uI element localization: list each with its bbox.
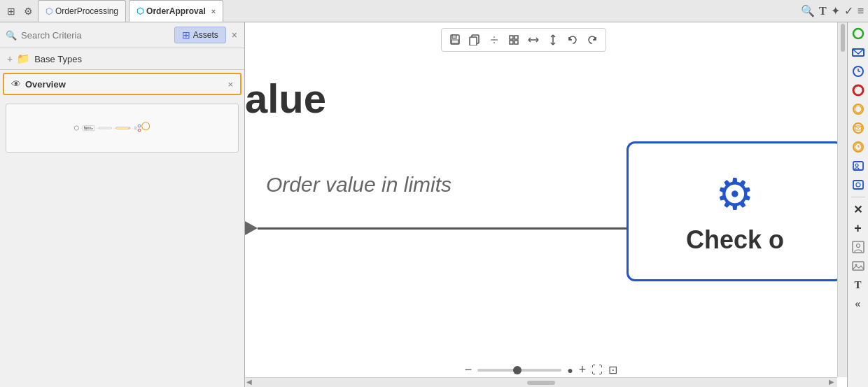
scroll-right-arrow[interactable]: ▶ (829, 378, 834, 386)
base-types-label: Base Types (34, 54, 82, 64)
mini-diagram-preview: → ApproveApplication → → ↙ → (6, 104, 239, 153)
diagram-tab-close[interactable]: × (211, 7, 216, 15)
main-layout: 🔍 ⊞ Assets × + 📁 Base Types 👁 Overview × (0, 22, 868, 387)
diagram-tab[interactable]: ⬡ OrderApproval × (129, 0, 223, 22)
check-tool-icon[interactable]: ✓ (844, 4, 853, 17)
add-icon[interactable]: + (7, 53, 13, 64)
h-scrollbar[interactable] (245, 377, 837, 387)
mini-node-4b (134, 128, 137, 129)
collapse-panel-icon[interactable]: « (850, 295, 867, 312)
top-bar-right-tools: 🔍 T ✦ ✓ ≡ (801, 4, 864, 17)
canvas-area[interactable]: alue Order value in limits ⚙ Check o − (245, 22, 847, 387)
project-tab-icon: ⬡ (46, 6, 52, 16)
diagram-tab-icon: ⬡ (136, 6, 144, 16)
text-annotation-icon[interactable]: T (850, 276, 867, 293)
overview-section: 👁 Overview × → ApproveApplication → → (0, 70, 244, 387)
overview-label: Overview (25, 79, 66, 90)
app-menu-icon[interactable]: ⊞ (4, 4, 18, 18)
svg-point-26 (853, 85, 863, 95)
add-element-icon[interactable]: + (850, 220, 867, 237)
task-gear-icon: ⚙ (715, 169, 755, 220)
svg-point-21 (853, 29, 863, 38)
crosshair-tool-icon[interactable]: ✦ (831, 4, 840, 17)
zoom-slider[interactable] (477, 369, 561, 372)
overview-eye-icon: 👁 (11, 78, 21, 90)
search-tool-icon[interactable]: 🔍 (801, 4, 815, 17)
mini-node-1: ApproveApplication (83, 125, 95, 131)
task-box[interactable]: ⚙ Check o (626, 141, 844, 281)
image-icon[interactable] (850, 258, 867, 274)
timer-event-icon[interactable] (850, 63, 867, 80)
svg-rect-37 (853, 181, 863, 189)
mini-diagram-inner: → ApproveApplication → → ↙ → (74, 122, 170, 133)
scroll-left-arrow[interactable]: ◀ (246, 378, 252, 386)
base-types-row[interactable]: + 📁 Base Types (0, 48, 244, 70)
flow-label: Order value in limits (266, 173, 451, 197)
text-tool-icon[interactable]: T (819, 5, 827, 17)
intermediate-event-icon[interactable] (850, 101, 867, 118)
svg-point-40 (856, 244, 860, 248)
assets-button[interactable]: ⊞ Assets (174, 27, 226, 43)
mini-node-3-highlighted: ↙ (116, 127, 131, 129)
start-event-icon[interactable] (850, 25, 867, 42)
zoom-dot: ● (567, 365, 573, 376)
zoom-plus-button[interactable]: + (579, 363, 587, 377)
mini-node-2 (99, 127, 112, 129)
mini-node-4a (134, 127, 137, 128)
search-input[interactable] (21, 30, 170, 41)
svg-rect-41 (853, 262, 864, 270)
v-scrollbar[interactable] (837, 22, 847, 377)
canvas-content: alue Order value in limits ⚙ Check o (245, 22, 847, 367)
diagram-tab-label: OrderApproval (146, 6, 206, 16)
project-tab-label: OrderProcessing (55, 6, 118, 16)
top-bar: ⊞ ⚙ ⬡ OrderProcessing ⬡ OrderApproval × … (0, 0, 868, 22)
search-bar: 🔍 ⊞ Assets × (0, 22, 244, 48)
participant-icon[interactable] (850, 239, 867, 255)
assets-icon: ⊞ (182, 29, 190, 41)
folder-icon: 📁 (17, 52, 30, 65)
search-icon: 🔍 (6, 30, 17, 41)
left-panel: 🔍 ⊞ Assets × + 📁 Base Types 👁 Overview × (0, 22, 245, 387)
fit-canvas-button[interactable]: ⛶ (592, 364, 603, 377)
svg-point-28 (855, 106, 862, 113)
message-intermediate-icon[interactable] (850, 120, 867, 136)
delete-icon[interactable]: ✕ (850, 201, 867, 218)
end-event-icon[interactable] (850, 82, 867, 99)
mini-end-circle-2 (138, 129, 141, 132)
search-close-button[interactable]: × (230, 28, 239, 42)
list-tool-icon[interactable]: ≡ (858, 5, 864, 17)
svg-point-36 (855, 164, 858, 167)
user-task-icon[interactable] (850, 157, 867, 174)
task-label: Check o (686, 225, 784, 255)
overview-header[interactable]: 👁 Overview × (3, 73, 241, 95)
svg-point-38 (856, 183, 860, 187)
service-task-icon[interactable] (850, 176, 867, 193)
divider-1 (851, 197, 865, 197)
right-icon-panel: ✕ + T « (847, 22, 868, 387)
timer-intermediate-icon[interactable] (850, 139, 867, 155)
diagram-value-text: alue (245, 75, 326, 122)
zoom-toolbar: − ● + ⛶ ⊡ (245, 363, 837, 377)
settings-icon[interactable]: ⚙ (21, 4, 35, 18)
fullscreen-button[interactable]: ⊡ (608, 363, 617, 377)
project-tab[interactable]: ⬡ OrderProcessing (38, 0, 126, 22)
assets-label: Assets (193, 30, 218, 40)
zoom-minus-button[interactable]: − (465, 363, 472, 377)
mini-end-circle-1 (138, 125, 141, 128)
overview-close-button[interactable]: × (227, 79, 233, 90)
message-event-icon[interactable] (850, 44, 867, 61)
mini-start-circle (74, 126, 79, 131)
